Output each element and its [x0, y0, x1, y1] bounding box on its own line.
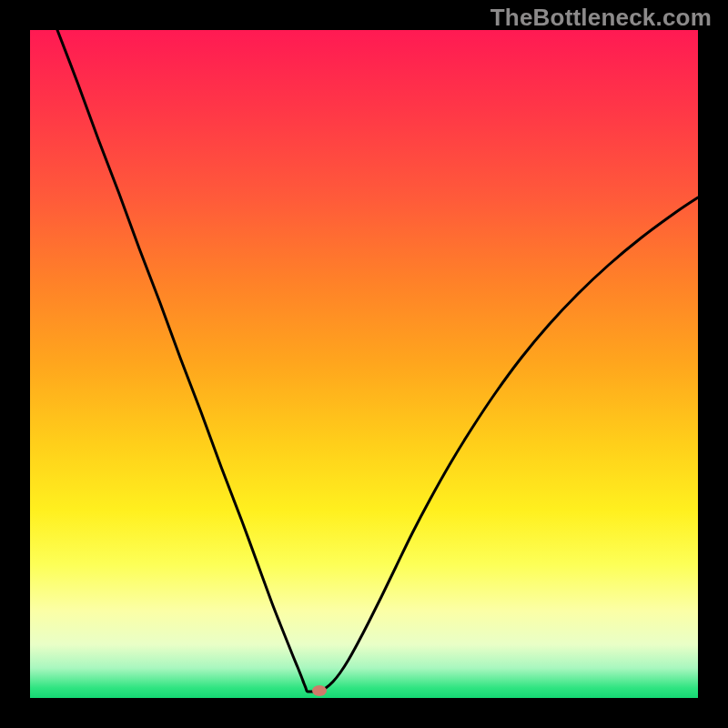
- chart-background: [30, 30, 698, 698]
- chart-svg: [30, 30, 698, 698]
- min-point-marker: [312, 685, 327, 696]
- chart-area: [30, 30, 698, 698]
- watermark-text: TheBottleneck.com: [490, 4, 712, 32]
- outer-frame: TheBottleneck.com: [0, 0, 728, 728]
